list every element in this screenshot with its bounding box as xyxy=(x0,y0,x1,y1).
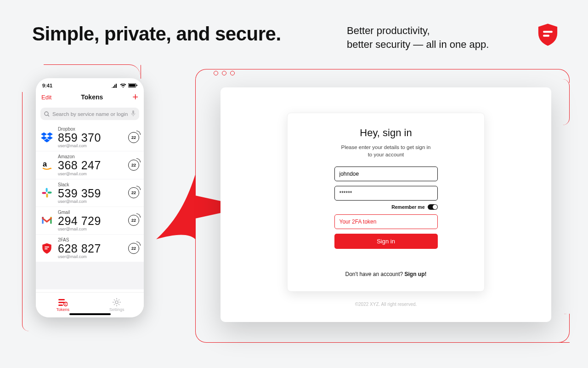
decor-line xyxy=(207,341,570,343)
signup-link[interactable]: Sign up! xyxy=(405,271,427,277)
phone-status-icons xyxy=(112,83,137,88)
svg-rect-4 xyxy=(114,85,115,88)
token-email: user@mail.com xyxy=(58,227,124,231)
token-timer: 22 xyxy=(128,215,139,226)
svg-rect-21 xyxy=(46,194,48,198)
tokens-tab-icon xyxy=(58,298,68,306)
signup-question: Don't have an account? xyxy=(345,271,404,277)
phone-clock: 9:41 xyxy=(42,83,52,88)
token-row[interactable]: Dropbox859 370user@mail.com 22 xyxy=(36,124,144,151)
service-name: Slack xyxy=(58,182,124,187)
mic-icon[interactable] xyxy=(131,110,136,117)
token-timer: 22 xyxy=(128,160,139,171)
svg-line-10 xyxy=(48,115,49,116)
svg-marker-13 xyxy=(41,132,47,136)
svg-rect-7 xyxy=(129,84,136,87)
svg-rect-8 xyxy=(136,85,137,86)
svg-line-41 xyxy=(119,304,119,305)
search-placeholder: Search by service name or login xyxy=(52,111,128,117)
svg-rect-20 xyxy=(48,192,52,194)
search-input[interactable]: Search by service name or login xyxy=(40,108,139,120)
svg-rect-11 xyxy=(132,110,134,114)
token-list: Dropbox859 370user@mail.com 22 a Amazon3… xyxy=(36,124,144,289)
decor-line xyxy=(22,92,36,331)
token-email: user@mail.com xyxy=(58,144,124,148)
token-timer: 22 xyxy=(128,132,139,143)
password-field[interactable] xyxy=(334,186,438,201)
screen-title: Tokens xyxy=(81,93,103,101)
phone-mock: 9:41 Edit Tokens + Search by service nam… xyxy=(36,78,144,317)
svg-rect-34 xyxy=(65,304,66,305)
hero-subhead: Better productivity, better security — a… xyxy=(347,24,489,51)
svg-point-9 xyxy=(45,112,48,115)
token-code: 628 827 xyxy=(58,242,124,254)
svg-marker-14 xyxy=(47,132,53,136)
subhead-line1: Better productivity, xyxy=(347,25,430,36)
slack-icon xyxy=(40,186,53,199)
svg-rect-22 xyxy=(42,192,46,194)
svg-line-40 xyxy=(114,299,115,300)
signin-subtitle: Please enter your details to get sign in… xyxy=(308,144,464,158)
token-code: 859 370 xyxy=(58,132,124,144)
svg-rect-30 xyxy=(58,299,65,300)
twofa-field[interactable] xyxy=(334,214,438,229)
wifi-icon xyxy=(120,84,126,88)
twofas-icon xyxy=(40,242,53,255)
token-email: user@mail.com xyxy=(58,254,124,259)
subtitle-line1: Please enter your details to get sign in xyxy=(341,144,431,150)
remember-me-row: Remember me xyxy=(334,204,438,210)
signin-card: Hey, sign in Please enter your details t… xyxy=(220,87,551,322)
phone-notch xyxy=(65,78,115,88)
decor-line xyxy=(556,314,570,343)
token-timer: 22 xyxy=(128,243,139,254)
decor-line xyxy=(207,69,570,83)
token-email: user@mail.com xyxy=(58,172,124,176)
tab-label: Tokens xyxy=(56,307,69,312)
svg-point-35 xyxy=(115,301,118,304)
search-icon xyxy=(44,111,50,117)
remember-label: Remember me xyxy=(391,204,424,210)
token-row[interactable]: 2FAS628 827user@mail.com 22 xyxy=(36,235,144,262)
decor-line xyxy=(556,79,570,125)
svg-line-42 xyxy=(119,299,119,300)
tab-label: Settings xyxy=(109,307,124,312)
dropbox-icon xyxy=(40,131,53,144)
svg-line-43 xyxy=(114,304,115,305)
svg-rect-28 xyxy=(45,247,49,247)
svg-rect-1 xyxy=(543,35,549,37)
amazon-icon: a xyxy=(40,159,53,172)
username-field[interactable] xyxy=(334,167,438,181)
browser-traffic-lights xyxy=(214,63,235,75)
brand-shield-icon xyxy=(535,22,560,47)
subtitle-line2: to your account xyxy=(368,152,404,157)
remember-toggle[interactable] xyxy=(428,204,438,210)
token-code: 539 359 xyxy=(58,187,124,199)
phone-toolbar: Edit Tokens + xyxy=(36,88,144,106)
token-row[interactable]: Gmail294 729user@mail.com 22 xyxy=(36,207,144,234)
token-row[interactable]: Slack539 359user@mail.com 22 xyxy=(36,179,144,207)
card-footer: ©2022 XYZ. All right reserved. xyxy=(220,302,551,307)
signin-title: Hey, sign in xyxy=(308,127,464,139)
signup-prompt: Don't have an account? Sign up! xyxy=(308,271,464,277)
add-button[interactable]: + xyxy=(132,92,138,102)
edit-button[interactable]: Edit xyxy=(41,94,51,101)
signin-button[interactable]: Sign in xyxy=(334,234,438,249)
svg-rect-32 xyxy=(58,305,63,306)
token-email: user@mail.com xyxy=(58,199,124,204)
battery-icon xyxy=(128,83,137,88)
subhead-line2: better security — all in one app. xyxy=(347,39,489,50)
svg-text:a: a xyxy=(43,160,47,168)
hero-headline: Simple, private, and secure. xyxy=(32,23,281,45)
home-indicator xyxy=(69,313,111,315)
svg-rect-5 xyxy=(116,84,117,88)
svg-rect-19 xyxy=(46,188,48,192)
svg-rect-0 xyxy=(543,31,553,33)
gmail-icon xyxy=(40,214,53,227)
token-code: 368 247 xyxy=(58,159,124,171)
svg-rect-29 xyxy=(45,248,48,249)
settings-tab-icon xyxy=(113,298,121,306)
token-row[interactable]: a Amazon368 247user@mail.com 22 xyxy=(36,151,144,178)
token-timer: 22 xyxy=(128,187,139,198)
signin-panel: Hey, sign in Please enter your details t… xyxy=(287,113,485,292)
token-code: 294 729 xyxy=(58,215,124,227)
